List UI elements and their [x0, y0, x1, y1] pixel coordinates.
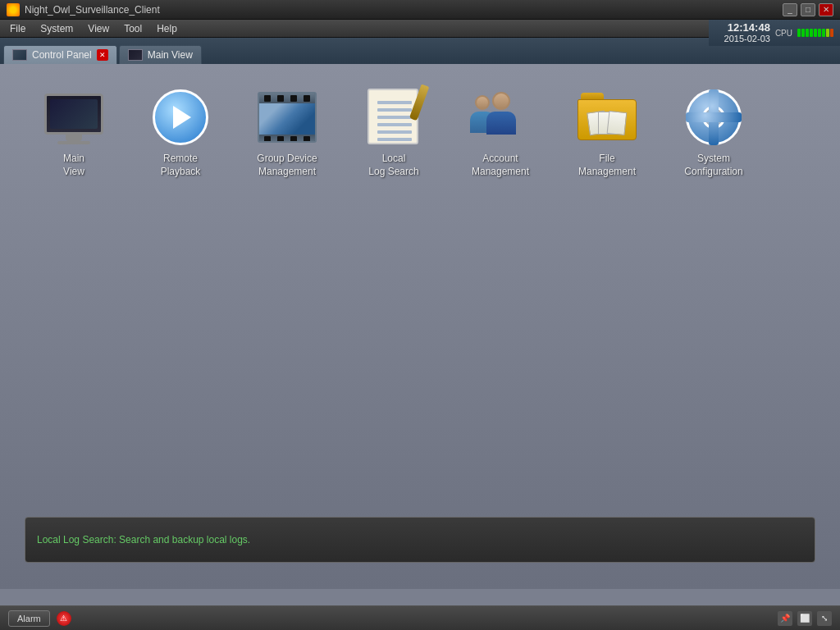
maximize-button[interactable]: □: [801, 3, 815, 16]
app-icon: [7, 3, 20, 16]
titlebar: Night_Owl_Surveillance_Client _ □ ✕: [0, 0, 840, 20]
cpu-seg-7: [822, 29, 825, 37]
notepad-line-2: [377, 108, 412, 112]
monitor-stand: [66, 135, 82, 141]
monitor-screen: [44, 94, 103, 135]
tab-main-view[interactable]: Main View: [119, 45, 202, 64]
file-management-item[interactable]: FileManagement: [558, 80, 656, 186]
tab-control-panel[interactable]: Control Panel ✕: [3, 45, 117, 64]
gear-outer: [686, 89, 742, 145]
main-view-item[interactable]: MainView: [25, 80, 123, 186]
film-hole-3: [290, 95, 297, 102]
tab-main-view-label: Main View: [148, 49, 193, 61]
tab-close-button[interactable]: ✕: [97, 49, 108, 61]
group-device-mgmt-label: Group DeviceManagement: [257, 153, 317, 178]
gear-icon: [686, 89, 742, 145]
main-view-icon: [41, 89, 107, 146]
description-text: Local Log Search: Search and backup loca…: [37, 534, 250, 546]
menu-view[interactable]: View: [81, 21, 116, 36]
film-hole-7: [290, 136, 297, 143]
local-log-search-icon: [361, 89, 427, 146]
main-view-tab-icon: [128, 49, 143, 61]
film-hole-6: [277, 136, 284, 143]
alarm-icon: ⚠: [57, 611, 71, 626]
restore-icon[interactable]: ⬜: [797, 611, 812, 626]
remote-playback-label: RemotePlayback: [161, 153, 201, 178]
close-button[interactable]: ✕: [819, 3, 833, 16]
cpu-seg-3: [806, 29, 809, 37]
clock-area: 12:14:48 2015-02-03 CPU: [709, 20, 840, 46]
cpu-seg-8: [826, 29, 829, 37]
play-icon: [153, 89, 208, 145]
local-log-search-item[interactable]: LocalLog Search: [345, 80, 443, 186]
folder-doc-3: [607, 111, 628, 135]
account-management-item[interactable]: AccountManagement: [451, 80, 550, 186]
person-main: [486, 92, 516, 135]
expand-icon[interactable]: ⤡: [817, 611, 832, 626]
alarm-button[interactable]: Alarm: [8, 610, 50, 627]
monitor-icon: [44, 94, 103, 141]
main-content: MainView RemotePlayback: [0, 64, 840, 589]
system-configuration-icon: [681, 89, 746, 146]
cpu-seg-1: [797, 29, 801, 37]
film-hole-5: [264, 136, 271, 143]
icon-grid: MainView RemotePlayback: [0, 64, 840, 203]
film-icon: [258, 92, 317, 143]
film-hole-1: [264, 95, 271, 102]
account-management-icon: [468, 89, 533, 146]
cpu-seg-2: [801, 29, 805, 37]
main-view-label: MainView: [63, 153, 84, 178]
gear-inner: [702, 106, 725, 129]
remote-playback-icon: [148, 89, 213, 146]
local-log-search-label: LocalLog Search: [368, 153, 418, 178]
cpu-seg-5: [814, 29, 817, 37]
file-management-icon: [574, 89, 640, 146]
tab-control-panel-label: Control Panel: [32, 49, 92, 61]
notepad-line-3: [377, 116, 412, 119]
cpu-seg-9: [830, 29, 833, 37]
film-hole-8: [304, 136, 310, 143]
titlebar-left: Night_Owl_Surveillance_Client: [7, 3, 160, 16]
person-main-head: [492, 92, 510, 110]
menu-file[interactable]: File: [3, 21, 32, 36]
account-management-label: AccountManagement: [472, 153, 529, 178]
menu-system[interactable]: System: [34, 21, 80, 36]
notepad-line-4: [377, 123, 412, 126]
cpu-bar: [797, 29, 833, 37]
play-triangle: [173, 106, 191, 129]
cpu-seg-4: [810, 29, 813, 37]
film-image: [259, 103, 315, 135]
people-icon: [470, 92, 531, 143]
system-configuration-item[interactable]: SystemConfiguration: [664, 80, 763, 186]
monitor-base: [57, 141, 90, 144]
film-hole-2: [277, 95, 284, 102]
group-device-mgmt-item[interactable]: Group DeviceManagement: [238, 80, 336, 186]
remote-playback-item[interactable]: RemotePlayback: [131, 80, 230, 186]
statusbar: Alarm ⚠ 📌 ⬜ ⤡: [0, 605, 840, 630]
description-bar: Local Log Search: Search and backup loca…: [25, 517, 815, 563]
titlebar-title: Night_Owl_Surveillance_Client: [25, 4, 160, 16]
control-panel-tab-icon: [12, 49, 27, 61]
pin-icon[interactable]: 📌: [778, 611, 792, 626]
menu-tool[interactable]: Tool: [117, 21, 148, 36]
clock-display: 12:14:48 2015-02-03: [724, 21, 770, 45]
person-main-body: [486, 112, 516, 135]
notepad-line-1: [377, 101, 412, 104]
clock-time: 12:14:48: [724, 21, 770, 34]
titlebar-controls: _ □ ✕: [783, 3, 833, 16]
cpu-label: CPU: [775, 29, 792, 38]
film-top: [259, 94, 315, 103]
cpu-seg-6: [818, 29, 821, 37]
film-hole-4: [304, 95, 310, 102]
file-management-label: FileManagement: [578, 153, 636, 178]
menu-help[interactable]: Help: [150, 21, 184, 36]
system-configuration-label: SystemConfiguration: [684, 153, 742, 178]
folder-body: [578, 99, 637, 140]
group-device-mgmt-icon: [254, 89, 320, 146]
notepad-line-5: [377, 130, 412, 134]
folder-docs: [587, 112, 628, 136]
film-bottom: [259, 135, 315, 143]
notepad-container: [368, 89, 420, 146]
minimize-button[interactable]: _: [783, 3, 797, 16]
clock-date: 2015-02-03: [724, 34, 770, 44]
